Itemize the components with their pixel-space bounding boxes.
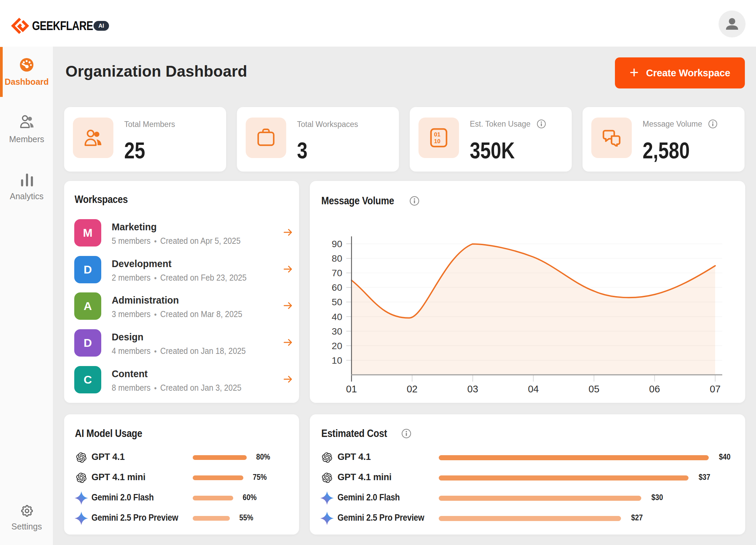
svg-text:40: 40 <box>332 312 342 322</box>
svg-text:80: 80 <box>332 253 342 264</box>
svg-text:10: 10 <box>332 355 342 366</box>
svg-text:50: 50 <box>332 297 342 307</box>
svg-text:01: 01 <box>434 131 440 138</box>
svg-text:30: 30 <box>332 326 342 337</box>
svg-text:05: 05 <box>589 384 599 394</box>
svg-text:01: 01 <box>346 384 357 394</box>
svg-text:06: 06 <box>649 384 660 394</box>
svg-text:03: 03 <box>467 384 478 394</box>
svg-text:60: 60 <box>332 282 342 293</box>
svg-text:02: 02 <box>407 384 417 394</box>
svg-text:04: 04 <box>528 384 539 394</box>
svg-text:10: 10 <box>434 138 440 145</box>
svg-text:20: 20 <box>332 341 342 351</box>
svg-text:07: 07 <box>710 384 721 394</box>
svg-text:70: 70 <box>332 268 342 278</box>
svg-text:90: 90 <box>332 239 342 249</box>
